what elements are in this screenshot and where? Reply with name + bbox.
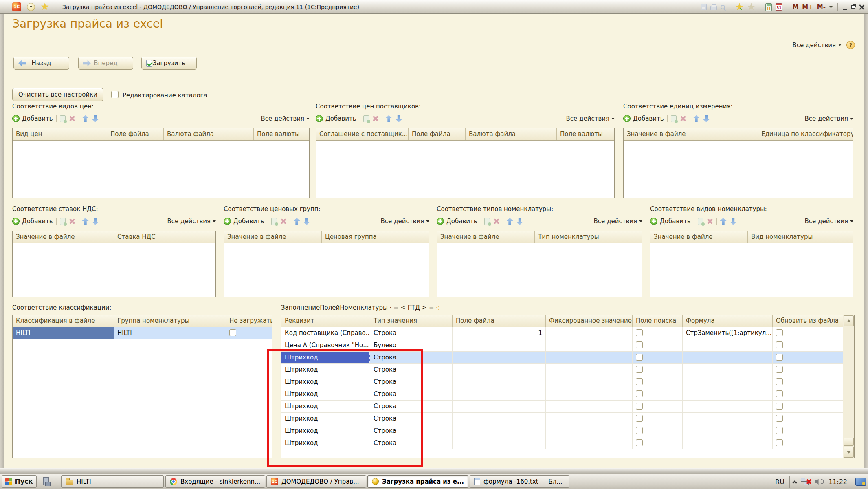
move-down-icon[interactable] xyxy=(92,115,99,122)
copy-icon[interactable] xyxy=(271,218,277,225)
column-header[interactable]: Вид цен xyxy=(13,128,107,140)
restore-icon[interactable] xyxy=(851,5,855,9)
taskbar-task-1c-main[interactable]: 1С ДОМОДЕДОВО / Управ... xyxy=(266,475,366,488)
back-button[interactable]: Назад xyxy=(13,57,69,70)
print-preview-icon[interactable] xyxy=(721,5,725,9)
save-icon[interactable] xyxy=(701,4,707,10)
scroll-up-button[interactable] xyxy=(844,315,854,326)
copy-icon[interactable] xyxy=(60,218,66,225)
add-button[interactable]: Добавить xyxy=(316,115,356,122)
add-button[interactable]: Добавить xyxy=(12,218,53,225)
copy-icon[interactable] xyxy=(60,115,66,122)
update-from-file-checkbox[interactable] xyxy=(776,390,783,397)
language-indicator[interactable]: RU xyxy=(775,478,784,486)
column-header[interactable]: Ценовая группа xyxy=(322,231,429,243)
search-field-checkbox[interactable] xyxy=(636,390,643,397)
move-up-icon[interactable] xyxy=(386,115,392,122)
nomenclature-types-table[interactable]: Значение в файле Тип номенклатуры xyxy=(437,231,642,297)
network-disconnected-icon[interactable] xyxy=(801,478,811,486)
copy-icon[interactable] xyxy=(671,115,677,122)
units-table[interactable]: Значение в файле Единица по классификато… xyxy=(623,128,853,198)
clear-all-settings-button[interactable]: Очистить все настройки xyxy=(12,88,103,101)
classification-table[interactable]: Классификация в файле Группа номенклатур… xyxy=(12,315,272,458)
help-button[interactable]: ? xyxy=(846,41,855,49)
add-button[interactable]: Добавить xyxy=(437,218,477,225)
update-from-file-checkbox[interactable] xyxy=(776,354,783,361)
copy-icon[interactable] xyxy=(698,218,703,225)
column-header[interactable]: Классификация в файле xyxy=(13,315,114,327)
move-down-icon[interactable] xyxy=(516,218,523,225)
column-header[interactable]: Поле валюты xyxy=(557,128,615,140)
edit-catalog-checkbox[interactable] xyxy=(111,91,119,98)
search-field-checkbox[interactable] xyxy=(636,341,643,348)
scrollbar-track[interactable] xyxy=(843,327,854,437)
section-all-actions-button[interactable]: Все действия xyxy=(381,218,429,225)
column-header[interactable]: Значение в файле xyxy=(224,231,322,243)
add-favorite-icon[interactable] xyxy=(735,3,743,11)
tray-expand-icon[interactable] xyxy=(792,480,797,485)
taskbar-task-notepad[interactable]: формула -160.txt — Бл... xyxy=(470,475,569,488)
column-header[interactable]: Вид номенклатуры xyxy=(748,231,853,243)
column-header[interactable]: Фиксированное значение xyxy=(546,315,633,327)
section-all-actions-button[interactable]: Все действия xyxy=(594,218,642,225)
form-all-actions-button[interactable]: Все действия xyxy=(793,42,842,49)
search-field-checkbox[interactable] xyxy=(636,403,643,410)
delete-icon[interactable] xyxy=(493,218,500,225)
volume-icon[interactable] xyxy=(815,478,824,485)
move-down-icon[interactable] xyxy=(730,218,736,225)
column-header[interactable]: Поле поиска xyxy=(633,315,683,327)
column-header[interactable]: Обновить из файла xyxy=(773,315,844,327)
section-all-actions-button[interactable]: Все действия xyxy=(566,115,615,122)
column-header[interactable]: Валюта файла xyxy=(164,128,254,140)
move-up-icon[interactable] xyxy=(693,115,700,122)
update-from-file-checkbox[interactable] xyxy=(776,378,783,385)
move-up-icon[interactable] xyxy=(82,218,89,225)
move-down-icon[interactable] xyxy=(92,218,99,225)
column-header[interactable]: Валюта файла xyxy=(466,128,557,140)
taskbar-task-mail[interactable]: Входящие - sinklerkenn... xyxy=(165,475,265,488)
scrollbar-thumb[interactable] xyxy=(844,438,854,446)
column-header[interactable]: Реквизит xyxy=(281,315,370,327)
search-field-checkbox[interactable] xyxy=(636,354,643,361)
column-header[interactable]: Не загружать xyxy=(226,315,272,327)
fill-fields-row[interactable]: Код поставщика (Справо... Строка 1 СтрЗа… xyxy=(281,327,854,339)
search-field-checkbox[interactable] xyxy=(636,439,643,446)
search-field-checkbox[interactable] xyxy=(636,366,643,373)
add-button[interactable]: Добавить xyxy=(12,115,53,122)
quick-launch-computer-icon[interactable] xyxy=(42,477,51,486)
load-button[interactable]: Загрузить xyxy=(141,57,197,70)
update-from-file-checkbox[interactable] xyxy=(776,427,783,434)
main-menu-button[interactable] xyxy=(27,3,35,11)
move-up-icon[interactable] xyxy=(507,218,513,225)
favorites-list-icon[interactable] xyxy=(747,3,755,11)
update-from-file-checkbox[interactable] xyxy=(776,341,783,348)
favorites-star-icon[interactable] xyxy=(41,3,49,11)
column-header[interactable]: Поле валюты xyxy=(254,128,310,140)
no-load-checkbox[interactable] xyxy=(229,329,236,336)
vat-rates-table[interactable]: Значение в файле Ставка НДС xyxy=(12,231,216,297)
delete-icon[interactable] xyxy=(680,115,686,122)
price-groups-table[interactable]: Значение в файле Ценовая группа xyxy=(224,231,429,297)
minimize-icon[interactable] xyxy=(843,9,847,10)
memory-m-plus-button[interactable]: M+ xyxy=(802,3,813,11)
price-types-table[interactable]: Вид цен Поле файла Валюта файла Поле вал… xyxy=(12,128,310,198)
delete-icon[interactable] xyxy=(372,115,379,122)
search-field-checkbox[interactable] xyxy=(636,427,643,434)
supplier-prices-table[interactable]: Соглашение с поставщик... Поле файла Вал… xyxy=(316,128,615,198)
column-header[interactable]: Тип значения xyxy=(370,315,453,327)
section-all-actions-button[interactable]: Все действия xyxy=(805,218,853,225)
search-field-checkbox[interactable] xyxy=(636,329,643,336)
titlebar-caret-icon[interactable] xyxy=(829,6,833,10)
update-from-file-checkbox[interactable] xyxy=(776,366,783,373)
close-icon[interactable] xyxy=(859,4,865,10)
start-button[interactable]: Пуск xyxy=(2,475,37,488)
delete-icon[interactable] xyxy=(69,115,75,122)
section-all-actions-button[interactable]: Все действия xyxy=(261,115,310,122)
update-from-file-checkbox[interactable] xyxy=(776,439,783,446)
move-down-icon[interactable] xyxy=(303,218,310,225)
add-button[interactable]: Добавить xyxy=(650,218,691,225)
column-header[interactable]: Значение в файле xyxy=(437,231,535,243)
move-down-icon[interactable] xyxy=(703,115,710,122)
column-header[interactable]: Поле файла xyxy=(107,128,164,140)
column-header[interactable]: Значение в файле xyxy=(13,231,114,243)
